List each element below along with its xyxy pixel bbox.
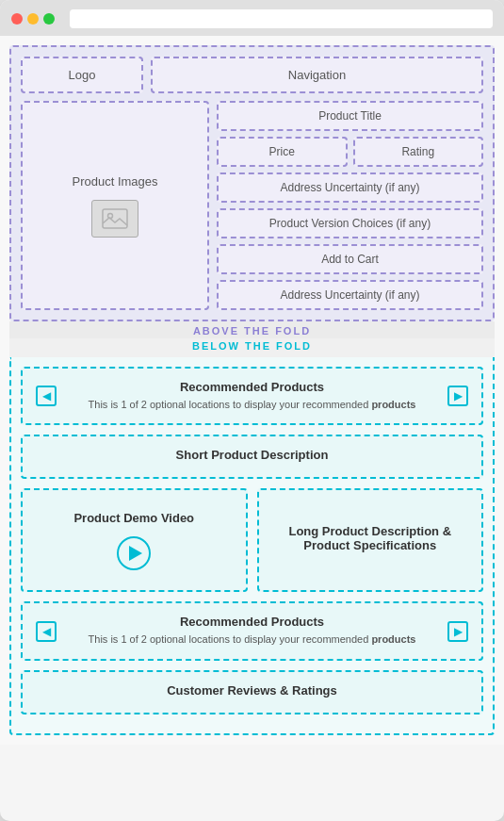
carousel-left-arrow-2[interactable]: ◀	[36, 621, 57, 642]
price-rating-row: Price Rating	[217, 137, 483, 167]
recommended-2-subtitle-text: This is 1 of 2 optional locations to dis…	[89, 633, 369, 645]
two-col-row: Product Demo Video Long Product Descript…	[21, 488, 483, 592]
carousel-right-arrow-1[interactable]: ▶	[447, 386, 468, 406]
recommended-1-carousel-row: ◀ Recommended Products This is 1 of 2 op…	[36, 380, 468, 412]
above-fold-label: ABOVE THE FOLD	[9, 321, 495, 338]
product-details-col: Product Title Price Rating Address Uncer…	[217, 101, 483, 310]
navigation-box: Navigation	[151, 57, 483, 93]
address-uncertainty-1-label: Address Uncertainty (if any)	[280, 181, 419, 194]
recommended-1-bold: products	[371, 399, 415, 410]
long-description-title: Long Product Description & Product Speci…	[272, 524, 469, 552]
address-uncertainty-2-label: Address Uncertainty (if any)	[280, 288, 419, 302]
demo-video-title: Product Demo Video	[73, 511, 194, 525]
demo-video-block: Product Demo Video	[21, 488, 248, 592]
header-row: Logo Navigation	[21, 57, 483, 93]
product-images-label: Product Images	[72, 174, 157, 189]
product-title-box: Product Title	[217, 101, 483, 131]
rating-label: Rating	[401, 145, 434, 158]
browser-chrome	[0, 0, 504, 36]
reviews-title: Customer Reviews & Ratings	[36, 683, 468, 698]
play-button[interactable]	[117, 536, 151, 570]
recommended-2-content: Recommended Products This is 1 of 2 opti…	[62, 615, 442, 647]
carousel-left-arrow-1[interactable]: ◀	[36, 386, 57, 406]
price-box: Price	[217, 137, 348, 167]
address-uncertainty-2-box: Address Uncertainty (if any)	[217, 280, 483, 310]
below-fold-label: BELOW THE FOLD	[9, 338, 495, 357]
address-bar[interactable]	[70, 9, 493, 28]
add-to-cart-label: Add to Cart	[321, 253, 379, 266]
fold-labels-area: ABOVE THE FOLD BELOW THE FOLD	[9, 321, 495, 357]
version-choices-box: Product Version Choices (if any)	[217, 208, 483, 238]
browser-window: Logo Navigation Product Images	[0, 0, 504, 821]
svg-rect-0	[103, 209, 127, 228]
navigation-label: Navigation	[288, 68, 346, 82]
recommended-1-subtitle: This is 1 of 2 optional locations to dis…	[62, 398, 442, 412]
page-content: Logo Navigation Product Images	[0, 36, 504, 745]
browser-dots	[11, 13, 55, 25]
play-icon	[129, 546, 142, 561]
dot-yellow[interactable]	[27, 13, 39, 25]
price-label: Price	[269, 145, 295, 158]
recommended-2-carousel-row: ◀ Recommended Products This is 1 of 2 op…	[36, 615, 468, 647]
below-fold-section: ◀ Recommended Products This is 1 of 2 op…	[9, 357, 495, 735]
short-description-block: Short Product Description	[21, 435, 483, 479]
recommended-products-2-block: ◀ Recommended Products This is 1 of 2 op…	[21, 601, 483, 660]
rating-box: Rating	[353, 137, 484, 167]
image-placeholder	[91, 200, 138, 238]
recommended-1-subtitle-text: This is 1 of 2 optional locations to dis…	[89, 399, 369, 410]
version-choices-label: Product Version Choices (if any)	[269, 217, 431, 230]
carousel-right-arrow-2[interactable]: ▶	[447, 621, 468, 642]
short-description-title: Short Product Description	[36, 448, 468, 462]
recommended-products-1-block: ◀ Recommended Products This is 1 of 2 op…	[21, 367, 483, 425]
product-images-box: Product Images	[21, 101, 209, 310]
long-description-block: Long Product Description & Product Speci…	[257, 488, 484, 592]
image-icon	[102, 208, 128, 229]
recommended-1-title: Recommended Products	[62, 380, 442, 394]
recommended-2-subtitle: This is 1 of 2 optional locations to dis…	[62, 632, 442, 647]
dot-green[interactable]	[43, 13, 55, 25]
recommended-1-content: Recommended Products This is 1 of 2 opti…	[62, 380, 442, 412]
product-title-label: Product Title	[318, 109, 382, 123]
logo-box: Logo	[21, 57, 143, 93]
add-to-cart-box[interactable]: Add to Cart	[217, 244, 483, 274]
dot-red[interactable]	[11, 13, 23, 25]
logo-label: Logo	[69, 68, 96, 82]
recommended-2-title: Recommended Products	[62, 615, 442, 629]
above-fold-section: Logo Navigation Product Images	[9, 45, 495, 321]
reviews-block: Customer Reviews & Ratings	[21, 670, 483, 714]
recommended-2-bold: products	[371, 633, 415, 645]
product-row: Product Images Product Title	[21, 101, 483, 310]
address-uncertainty-1-box: Address Uncertainty (if any)	[217, 172, 483, 203]
